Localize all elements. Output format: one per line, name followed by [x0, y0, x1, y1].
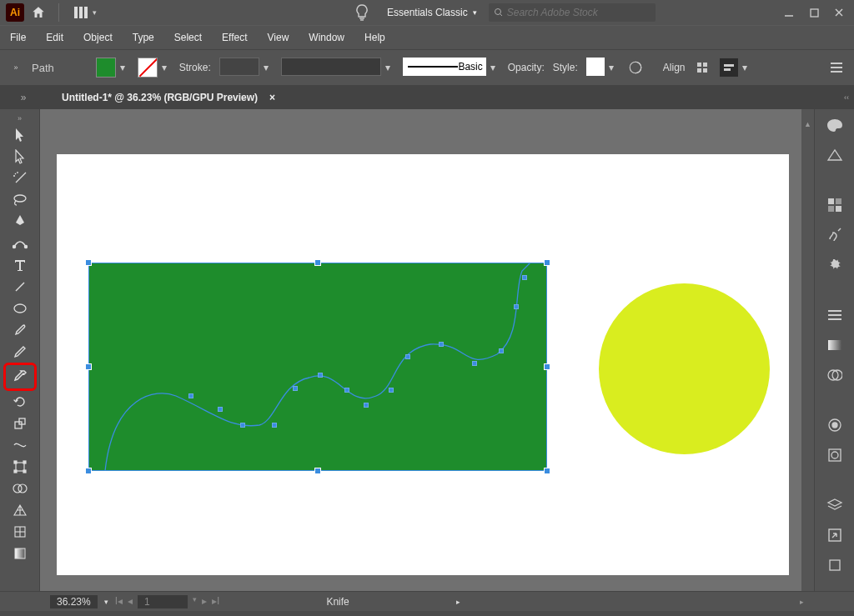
color-panel-icon[interactable]: [823, 116, 846, 134]
opacity-label: Opacity:: [508, 62, 545, 73]
color-guide-icon[interactable]: [823, 146, 846, 164]
asset-export-icon[interactable]: [823, 526, 846, 544]
vertical-scrollbar[interactable]: ▲: [801, 109, 814, 591]
pencil-tool[interactable]: [8, 341, 32, 363]
ellipse-tool[interactable]: [8, 298, 32, 319]
selection-tool[interactable]: [8, 124, 32, 146]
menu-view[interactable]: View: [268, 32, 289, 43]
artboard-dropdown-icon[interactable]: ▾: [193, 595, 197, 608]
close-button[interactable]: [827, 3, 851, 22]
artboards-panel-icon[interactable]: [823, 556, 846, 574]
control-menu-icon[interactable]: [827, 58, 846, 77]
maximize-button[interactable]: [802, 3, 826, 22]
artboard[interactable]: [57, 154, 789, 575]
menu-window[interactable]: Window: [309, 32, 344, 43]
selection-handle[interactable]: [314, 468, 321, 474]
arrange-documents-button[interactable]: ▾: [74, 7, 97, 18]
eyedropper-tool[interactable]: [3, 363, 37, 391]
symbols-panel-icon[interactable]: [823, 256, 846, 274]
brush-dropdown[interactable]: ▾: [486, 58, 500, 78]
brush-definition[interactable]: Basic: [403, 58, 486, 76]
shape-builder-tool[interactable]: [8, 478, 32, 499]
direct-selection-tool[interactable]: [8, 146, 32, 168]
svg-point-26: [14, 304, 26, 313]
swatches-panel-icon[interactable]: [823, 196, 846, 214]
selection-handle[interactable]: [85, 468, 92, 474]
align-dropdown[interactable]: ▾: [738, 58, 751, 78]
stroke-weight-dropdown[interactable]: ▾: [259, 58, 273, 78]
menu-type[interactable]: Type: [133, 32, 154, 43]
zoom-level[interactable]: 36.23%: [50, 595, 98, 608]
zoom-dropdown-icon[interactable]: ▾: [104, 598, 108, 606]
workspace-switcher[interactable]: Essentials Classic ▾: [387, 7, 477, 18]
curvature-tool[interactable]: [8, 233, 32, 254]
selection-type-label: Path: [32, 62, 54, 74]
expand-control-icon[interactable]: »: [8, 63, 23, 72]
artboard-index[interactable]: 1: [138, 595, 188, 608]
document-tab[interactable]: Untitled-1* @ 36.23% (RGB/GPU Preview) ×: [50, 86, 287, 108]
selection-handle[interactable]: [85, 363, 92, 370]
lasso-tool[interactable]: [8, 189, 32, 211]
menu-help[interactable]: Help: [364, 32, 385, 43]
transparency-panel-icon[interactable]: [823, 366, 846, 384]
pen-tool[interactable]: [8, 211, 32, 233]
variable-width-profile[interactable]: [281, 58, 381, 76]
appearance-panel-icon[interactable]: [823, 416, 846, 434]
graphic-style-swatch[interactable]: [586, 58, 605, 76]
search-container[interactable]: [489, 3, 656, 22]
mesh-tool[interactable]: [8, 521, 32, 543]
next-artboard-icon[interactable]: ▸: [202, 595, 207, 608]
first-artboard-icon[interactable]: I◂: [115, 595, 123, 608]
gradient-panel-icon[interactable]: [823, 336, 846, 354]
magic-wand-tool[interactable]: [8, 168, 32, 189]
vwp-dropdown[interactable]: ▾: [381, 58, 394, 78]
align-button-2[interactable]: [720, 58, 738, 77]
minimize-button[interactable]: [777, 3, 801, 22]
selection-handle[interactable]: [544, 468, 550, 474]
discover-icon[interactable]: [355, 4, 369, 21]
selection-handle[interactable]: [544, 259, 550, 266]
selection-handle[interactable]: [314, 259, 321, 266]
status-menu-icon[interactable]: ▸: [456, 598, 460, 606]
toolbox-collapse-icon[interactable]: »: [18, 114, 22, 123]
yellow-circle-shape[interactable]: [599, 283, 770, 454]
fill-dropdown[interactable]: ▾: [116, 58, 129, 78]
line-tool[interactable]: [8, 276, 32, 298]
recolor-button[interactable]: [626, 58, 645, 77]
stroke-weight-field[interactable]: [219, 58, 259, 76]
right-panel-expand-icon[interactable]: ‹‹: [844, 93, 849, 102]
selection-handle[interactable]: [544, 363, 550, 370]
menu-select[interactable]: Select: [174, 32, 202, 43]
close-tab-icon[interactable]: ×: [269, 92, 275, 103]
canvas-area[interactable]: ▲: [40, 109, 814, 591]
fill-color-swatch[interactable]: [96, 58, 116, 78]
menu-file[interactable]: File: [10, 32, 26, 43]
scroll-up-icon[interactable]: ▲: [801, 118, 814, 131]
free-transform-tool[interactable]: [8, 456, 32, 478]
menu-effect[interactable]: Effect: [222, 32, 247, 43]
home-button[interactable]: [27, 1, 50, 24]
width-tool[interactable]: [8, 434, 32, 456]
stroke-panel-icon[interactable]: [823, 306, 846, 324]
stroke-color-swatch[interactable]: [138, 58, 158, 78]
last-artboard-icon[interactable]: ▸I: [212, 595, 219, 608]
style-dropdown[interactable]: ▾: [605, 58, 618, 78]
scroll-right-icon[interactable]: ▸: [800, 598, 804, 606]
menu-object[interactable]: Object: [83, 32, 113, 43]
layers-panel-icon[interactable]: [823, 496, 846, 514]
type-tool[interactable]: [8, 254, 32, 276]
search-input[interactable]: [507, 7, 640, 18]
prev-artboard-icon[interactable]: ◂: [128, 595, 133, 608]
stroke-dropdown[interactable]: ▾: [158, 58, 171, 78]
menu-edit[interactable]: Edit: [46, 32, 63, 43]
gradient-tool[interactable]: [8, 543, 32, 564]
scale-tool[interactable]: [8, 413, 32, 434]
graphic-styles-icon[interactable]: [823, 446, 846, 464]
brushes-panel-icon[interactable]: [823, 226, 846, 244]
paintbrush-tool[interactable]: [8, 319, 32, 341]
rotate-tool[interactable]: [8, 391, 32, 413]
perspective-tool[interactable]: [8, 499, 32, 521]
align-button-1[interactable]: [693, 58, 711, 77]
tab-expand-icon[interactable]: »: [15, 85, 32, 109]
selection-handle[interactable]: [85, 259, 92, 266]
